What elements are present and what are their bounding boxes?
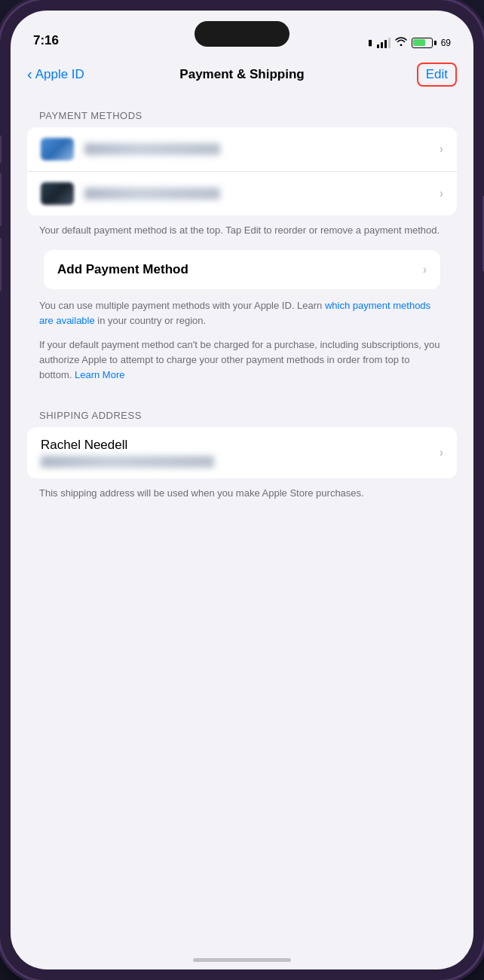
sim-icon: ▮ [368,38,372,47]
payment-methods-card: › › [27,127,457,215]
chevron-right-icon-2: › [440,187,443,200]
shipping-address-card: Rachel Needell › [27,427,457,478]
page-title: Payment & Shipping [179,67,304,82]
add-payment-row[interactable]: Add Payment Method › [44,250,440,289]
wifi-icon [395,37,407,48]
signal-bars-icon [377,38,391,48]
edit-button[interactable]: Edit [417,63,457,87]
learn-more-link[interactable]: Learn More [75,369,124,380]
mute-button[interactable] [0,136,2,163]
payment-info-text-1: You can use multiple payment methods wit… [11,289,473,328]
status-icons: ▮ [368,37,451,48]
payment-methods-header: PAYMENT METHODS [11,95,473,127]
add-payment-card: Add Payment Method › [44,250,440,289]
screen-content: ‹ Apple ID Payment & Shipping Edit PAYME… [11,54,473,969]
payment-method-1-content [41,138,433,160]
shipping-address-blurred [41,456,214,468]
volume-up-button[interactable] [0,173,2,226]
home-indicator[interactable] [193,958,291,962]
shipping-row-inner: Rachel Needell › [41,438,443,468]
battery-icon [412,38,437,48]
payment-method-2-content [41,182,433,205]
back-button[interactable]: ‹ Apple ID [27,67,84,82]
shipping-name-block: Rachel Needell [41,438,214,468]
chevron-right-icon-add: › [423,263,427,276]
shipping-helper-text: This shipping address will be used when … [11,478,473,501]
payment-method-row-1[interactable]: › [27,127,457,172]
phone-frame: 7:16 ▮ [0,0,484,980]
payment-logo-1 [41,138,74,160]
chevron-left-icon: ‹ [27,66,32,81]
dynamic-island [195,21,289,47]
chevron-right-icon-shipping: › [440,446,443,459]
payment-method-2-text [84,188,220,200]
volume-down-button[interactable] [0,238,2,291]
shipping-address-row[interactable]: Rachel Needell › [27,427,457,478]
payment-method-row-2[interactable]: › [27,172,457,215]
shipping-name: Rachel Needell [41,438,127,452]
payment-helper-text: Your default payment method is at the to… [11,215,473,238]
back-label: Apple ID [35,67,84,82]
shipping-address-header: SHIPPING ADDRESS [11,395,473,427]
chevron-right-icon-1: › [440,142,443,156]
payment-info-text-2: If your default payment method can't be … [11,328,473,383]
payment-method-1-text [84,143,220,155]
status-time: 7:16 [33,33,59,48]
payment-logo-2 [41,182,74,205]
add-payment-label: Add Payment Method [57,262,188,277]
battery-percent: 69 [441,38,451,48]
phone-screen: 7:16 ▮ [11,11,473,969]
nav-bar: ‹ Apple ID Payment & Shipping Edit [11,54,473,95]
